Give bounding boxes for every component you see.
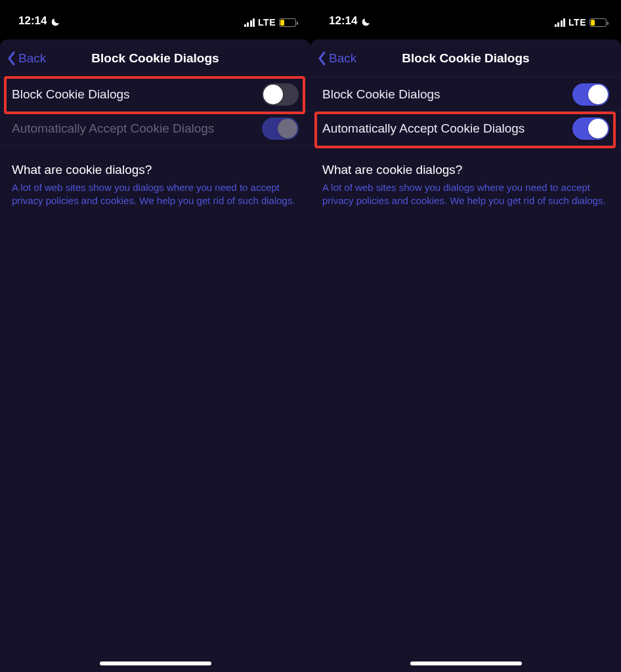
network-type: LTE <box>258 17 276 28</box>
home-indicator[interactable] <box>100 662 211 665</box>
screenshot-right: 12:14 LTE Back Block Cookie Dialogs <box>310 0 621 672</box>
row-label: Block Cookie Dialogs <box>322 87 440 102</box>
back-label: Back <box>18 51 46 66</box>
row-label: Block Cookie Dialogs <box>12 87 130 102</box>
nav-bar: Back Block Cookie Dialogs <box>310 39 621 77</box>
info-heading: What are cookie dialogs? <box>322 163 609 177</box>
screenshot-left: 12:14 LTE Back Block Cookie Dialogs <box>0 0 310 672</box>
info-section: What are cookie dialogs? A lot of web si… <box>310 146 621 208</box>
row-label: Automatically Accept Cookie Dialogs <box>12 121 214 136</box>
info-heading: What are cookie dialogs? <box>12 163 299 177</box>
battery-icon <box>279 18 296 27</box>
do-not-disturb-icon <box>361 17 371 27</box>
page-title: Block Cookie Dialogs <box>310 51 621 66</box>
status-bar: 12:14 LTE <box>0 0 310 29</box>
status-time: 12:14 <box>329 14 357 28</box>
row-auto-accept: Automatically Accept Cookie Dialogs <box>0 112 310 146</box>
back-button[interactable]: Back <box>0 51 46 66</box>
toggle-block-cookie-dialogs[interactable] <box>262 83 299 106</box>
info-body: A lot of web sites show you dialogs wher… <box>322 181 609 208</box>
back-label: Back <box>329 51 356 66</box>
row-label: Automatically Accept Cookie Dialogs <box>322 121 525 136</box>
back-button[interactable]: Back <box>310 51 356 66</box>
battery-fill <box>591 20 595 26</box>
battery-icon <box>589 18 607 27</box>
network-type: LTE <box>568 17 586 28</box>
toggle-knob <box>588 119 608 138</box>
do-not-disturb-icon <box>51 17 60 27</box>
chevron-left-icon <box>7 51 17 66</box>
nav-bar: Back Block Cookie Dialogs <box>0 39 310 77</box>
toggle-auto-accept[interactable] <box>572 117 609 140</box>
chevron-left-icon <box>317 51 328 66</box>
row-block-cookie-dialogs[interactable]: Block Cookie Dialogs <box>0 77 310 112</box>
home-indicator[interactable] <box>410 662 522 665</box>
toggle-auto-accept <box>262 117 299 140</box>
page-title: Block Cookie Dialogs <box>0 51 310 66</box>
signal-strength-icon <box>555 18 566 27</box>
status-time: 12:14 <box>18 14 47 28</box>
signal-strength-icon <box>244 18 255 27</box>
settings-panel: Back Block Cookie Dialogs Block Cookie D… <box>310 39 621 672</box>
toggle-block-cookie-dialogs[interactable] <box>572 83 609 106</box>
battery-fill <box>280 20 284 26</box>
row-block-cookie-dialogs[interactable]: Block Cookie Dialogs <box>310 77 621 112</box>
info-section: What are cookie dialogs? A lot of web si… <box>0 146 310 208</box>
status-bar: 12:14 LTE <box>310 0 621 29</box>
row-auto-accept[interactable]: Automatically Accept Cookie Dialogs <box>310 112 621 146</box>
toggle-knob <box>278 119 297 138</box>
toggle-knob <box>263 85 283 104</box>
toggle-knob <box>588 85 608 104</box>
info-body: A lot of web sites show you dialogs wher… <box>12 181 299 208</box>
settings-panel: Back Block Cookie Dialogs Block Cookie D… <box>0 39 310 672</box>
